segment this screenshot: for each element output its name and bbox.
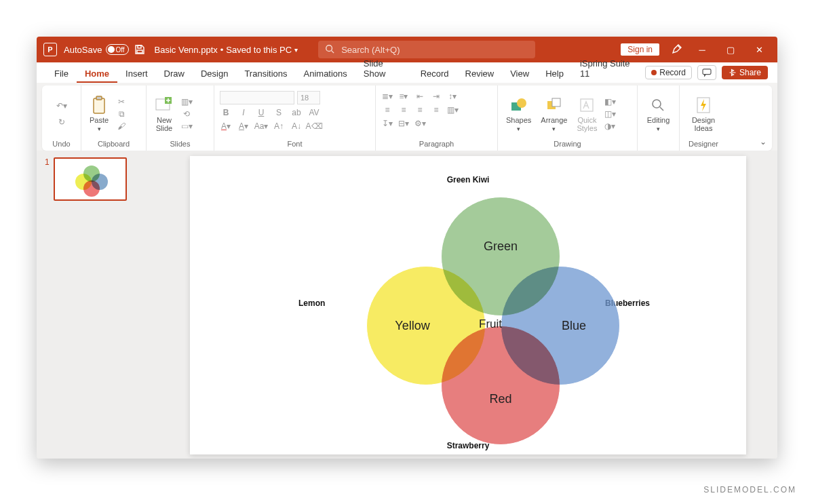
comments-button[interactable] xyxy=(697,65,716,80)
group-slides: Slides xyxy=(152,140,208,149)
group-paragraph: Paragraph xyxy=(381,140,492,149)
clear-format-button[interactable]: A⌫ xyxy=(308,121,320,132)
undo-icon[interactable]: ↶▾ xyxy=(56,100,68,111)
slide[interactable]: Green Kiwi Lemon Blueberries Strawberry … xyxy=(190,156,746,454)
justify-button[interactable]: ≡ xyxy=(430,104,442,115)
shape-outline-button[interactable]: ◫▾ xyxy=(604,109,616,119)
group-font: Font xyxy=(220,140,370,149)
tab-home[interactable]: Home xyxy=(77,64,117,83)
tab-view[interactable]: View xyxy=(502,64,537,83)
tab-file[interactable]: File xyxy=(46,64,77,83)
bold-button[interactable]: B xyxy=(220,107,232,118)
search-icon xyxy=(325,44,334,56)
line-spacing-button[interactable]: ↕▾ xyxy=(446,91,459,102)
editing-button[interactable]: Editing▾ xyxy=(644,96,673,132)
cut-icon[interactable]: ✂ xyxy=(115,96,128,107)
arrange-button[interactable]: Arrange▾ xyxy=(538,96,570,132)
grow-font-button[interactable]: A↑ xyxy=(273,121,285,132)
tab-draw[interactable]: Draw xyxy=(156,64,193,83)
bullets-button[interactable]: ≣▾ xyxy=(381,91,393,102)
text-direction-button[interactable]: ↧▾ xyxy=(381,118,393,129)
record-dot-icon xyxy=(651,70,657,75)
shrink-font-button[interactable]: A↓ xyxy=(290,121,303,132)
autosave-toggle[interactable]: AutoSave Off xyxy=(64,44,125,55)
close-button[interactable]: ✕ xyxy=(745,45,773,55)
shape-fill-button[interactable]: ◧▾ xyxy=(604,96,616,107)
tab-insert[interactable]: Insert xyxy=(117,64,156,83)
tab-review[interactable]: Review xyxy=(457,64,503,83)
new-slide-icon xyxy=(155,96,174,115)
columns-button[interactable]: ▥▾ xyxy=(446,104,459,115)
align-center-button[interactable]: ≡ xyxy=(398,104,410,115)
char-spacing-button[interactable]: AV xyxy=(308,107,320,118)
align-right-button[interactable]: ≡ xyxy=(414,104,426,115)
align-text-button[interactable]: ⊟▾ xyxy=(398,118,410,129)
format-painter-icon[interactable]: 🖌 xyxy=(115,121,128,132)
maximize-button[interactable]: ▢ xyxy=(716,45,745,55)
svg-point-2 xyxy=(326,45,332,51)
smartart-button[interactable]: ⚙▾ xyxy=(414,118,426,129)
group-undo: Undo xyxy=(47,140,75,149)
collapse-ribbon-icon[interactable]: ⌄ xyxy=(760,137,767,147)
italic-button[interactable]: I xyxy=(237,107,250,118)
tab-help[interactable]: Help xyxy=(537,64,572,83)
circle-red[interactable]: Red xyxy=(441,326,560,445)
group-clipboard: Clipboard xyxy=(87,140,140,149)
svg-rect-4 xyxy=(703,69,711,75)
font-color-button[interactable]: A▾ xyxy=(220,121,232,132)
svg-line-15 xyxy=(660,107,663,111)
powerpoint-window: P AutoSave Off Basic Venn.pptx • Saved t… xyxy=(37,37,777,459)
shadow-button[interactable]: ab xyxy=(290,107,303,118)
shapes-button[interactable]: Shapes▾ xyxy=(503,96,534,132)
indent-left-button[interactable]: ⇤ xyxy=(414,91,426,102)
tab-slideshow[interactable]: Slide Show xyxy=(355,54,412,83)
copy-icon[interactable]: ⧉ xyxy=(115,109,128,119)
pen-icon[interactable] xyxy=(666,43,688,56)
section-icon[interactable]: ▭▾ xyxy=(180,121,193,132)
tab-design[interactable]: Design xyxy=(193,64,236,83)
minimize-button[interactable]: ─ xyxy=(688,45,716,55)
numbering-button[interactable]: ≡▾ xyxy=(398,91,410,102)
new-slide-button[interactable]: New Slide xyxy=(152,96,176,132)
save-icon[interactable] xyxy=(134,44,145,55)
svg-rect-13 xyxy=(581,99,593,111)
highlight-button[interactable]: A▾ xyxy=(237,121,250,132)
slide-canvas-area[interactable]: Green Kiwi Lemon Blueberries Strawberry … xyxy=(172,151,777,459)
quick-styles-button[interactable]: Quick Styles xyxy=(574,96,600,132)
svg-line-3 xyxy=(332,50,334,53)
label-lemon[interactable]: Lemon xyxy=(298,298,325,308)
indent-right-button[interactable]: ⇥ xyxy=(430,91,442,102)
ribbon: ↶▾ ↻ Undo Paste▾ ✂ ⧉ 🖌 Clipboard xyxy=(42,85,772,151)
font-family-input[interactable] xyxy=(220,91,294,104)
design-ideas-button[interactable]: Design Ideas xyxy=(689,96,718,132)
svg-rect-5 xyxy=(94,98,104,113)
underline-button[interactable]: U xyxy=(255,107,267,118)
align-left-button[interactable]: ≡ xyxy=(381,104,393,115)
svg-rect-1 xyxy=(137,50,142,53)
center-label[interactable]: Fruit xyxy=(479,317,502,331)
tab-record[interactable]: Record xyxy=(412,64,457,83)
tab-animations[interactable]: Animations xyxy=(296,64,355,83)
work-area: 1 Green Kiwi Lemon Blueberries Strawberr… xyxy=(37,151,777,459)
reset-icon[interactable]: ⟲ xyxy=(180,109,193,119)
quick-styles-icon xyxy=(577,96,596,115)
tab-transitions[interactable]: Transitions xyxy=(236,64,295,83)
svg-rect-0 xyxy=(138,45,141,48)
search-input[interactable]: Search (Alt+Q) xyxy=(318,41,535,58)
slide-thumbnail-1[interactable]: 1 xyxy=(45,157,164,201)
document-title[interactable]: Basic Venn.pptx • Saved to this PC ▾ xyxy=(155,45,298,55)
share-button[interactable]: Share xyxy=(722,66,768,79)
strike-button[interactable]: S xyxy=(273,107,285,118)
label-green-kiwi[interactable]: Green Kiwi xyxy=(447,175,490,185)
paste-button[interactable]: Paste▾ xyxy=(87,96,111,132)
ribbon-tabs: File Home Insert Draw Design Transitions… xyxy=(37,62,777,83)
record-button[interactable]: Record xyxy=(645,66,692,79)
change-case-button[interactable]: Aa▾ xyxy=(255,121,267,132)
shape-effects-button[interactable]: ◑▾ xyxy=(604,121,616,132)
redo-icon[interactable]: ↻ xyxy=(56,117,68,128)
tab-ispring[interactable]: iSpring Suite 11 xyxy=(572,54,645,83)
group-designer: Designer xyxy=(685,140,722,149)
font-size-input[interactable]: 18 xyxy=(297,91,320,104)
layout-icon[interactable]: ▥▾ xyxy=(180,96,193,107)
watermark: SLIDEMODEL.COM xyxy=(703,485,796,495)
